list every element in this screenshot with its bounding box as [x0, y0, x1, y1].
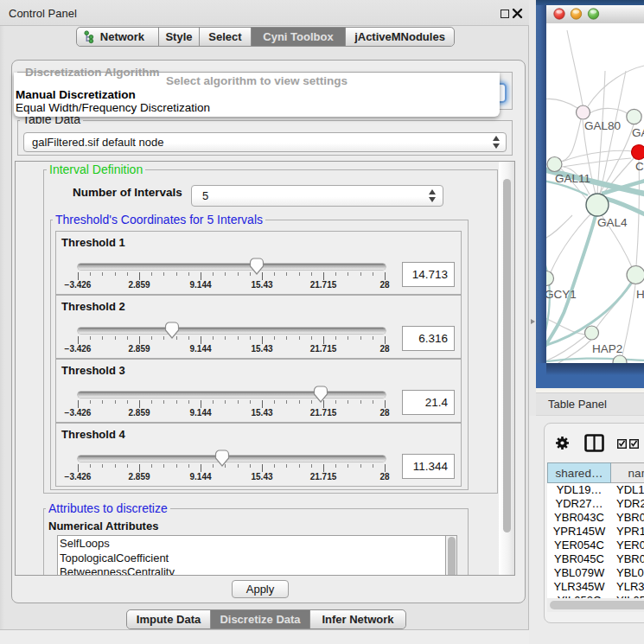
svg-text:HIS: HIS [636, 288, 644, 301]
svg-text:GCY1: GCY1 [546, 288, 577, 301]
svg-text:HAP2: HAP2 [592, 342, 622, 355]
svg-text:CDC: CDC [635, 160, 644, 173]
svg-text:GAL11: GAL11 [555, 172, 590, 185]
svg-text:GAL2: GAL2 [632, 126, 644, 139]
svg-text:GAL80: GAL80 [584, 119, 621, 132]
svg-text:GAL4: GAL4 [597, 216, 628, 229]
